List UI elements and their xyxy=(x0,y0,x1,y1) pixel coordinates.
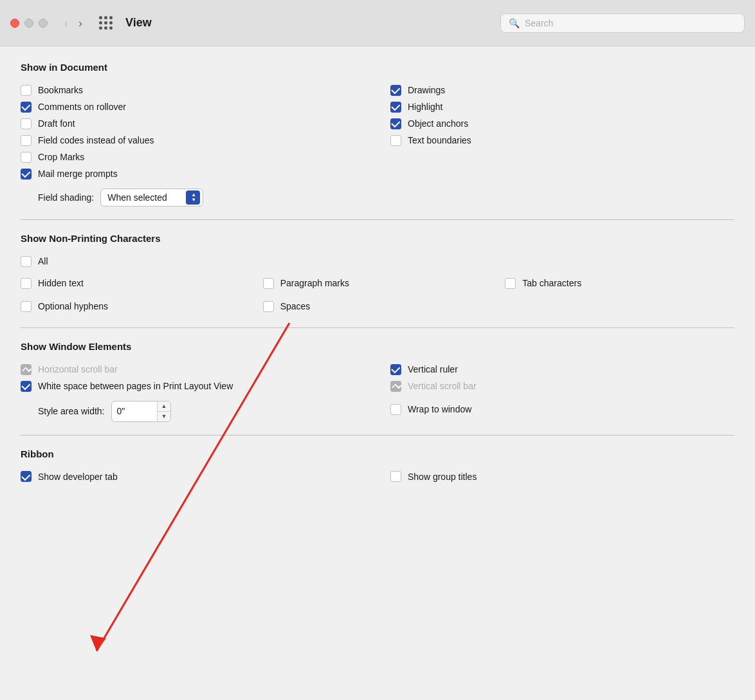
show-non-printing-section: Show Non-Printing Characters All Hidden … xyxy=(21,233,734,315)
divider-3 xyxy=(21,435,734,436)
list-item: Crop Marks xyxy=(21,149,365,165)
spinner-up-button[interactable]: ▲ xyxy=(158,401,171,412)
list-item: Spaces xyxy=(263,298,493,315)
style-area-label: Style area width: xyxy=(38,406,105,416)
paragraph-marks-checkbox[interactable] xyxy=(263,278,274,289)
close-button[interactable] xyxy=(10,19,19,28)
grid-icon[interactable] xyxy=(99,16,113,30)
list-item: All xyxy=(21,253,734,270)
mail-merge-label: Mail merge prompts xyxy=(38,169,118,179)
show-group-titles-label: Show group titles xyxy=(408,472,477,482)
divider-2 xyxy=(21,327,734,328)
tab-characters-checkbox[interactable] xyxy=(505,278,516,289)
nav-buttons: ‹ › xyxy=(60,15,86,32)
style-area-input[interactable] xyxy=(112,403,157,419)
crop-marks-label: Crop Marks xyxy=(38,152,84,162)
bookmarks-checkbox[interactable] xyxy=(21,85,32,96)
list-item: Show group titles xyxy=(390,468,734,485)
paragraph-marks-label: Paragraph marks xyxy=(280,278,349,288)
field-shading-row: Field shading: Always When selected Neve… xyxy=(21,189,734,207)
optional-hyphens-label: Optional hyphens xyxy=(38,301,108,311)
highlight-label: Highlight xyxy=(408,102,442,112)
show-window-elements-section: Show Window Elements ✓ Horizontal scroll… xyxy=(21,341,734,422)
mail-merge-checkbox[interactable] xyxy=(21,169,32,180)
wrap-to-window-label: Wrap to window xyxy=(408,404,471,414)
list-item: Wrap to window xyxy=(390,401,734,418)
window-title: View xyxy=(125,16,493,30)
list-item: Field codes instead of values xyxy=(21,132,365,149)
list-item: ✓ Horizontal scroll bar xyxy=(21,361,365,378)
comments-label: Comments on rollover xyxy=(38,102,126,112)
spinner-down-button[interactable]: ▼ xyxy=(158,412,171,421)
list-item: Draft font xyxy=(21,115,365,132)
show-window-elements-title: Show Window Elements xyxy=(21,341,734,352)
spaces-label: Spaces xyxy=(280,301,311,311)
text-boundaries-checkbox[interactable] xyxy=(390,135,401,146)
vertical-scroll-checkbox[interactable]: ✓ xyxy=(390,381,401,392)
drawings-checkbox[interactable] xyxy=(390,85,401,96)
object-anchors-label: Object anchors xyxy=(408,118,468,129)
highlight-checkbox[interactable] xyxy=(390,102,401,113)
forward-button[interactable]: › xyxy=(75,15,86,32)
show-developer-tab-checkbox[interactable] xyxy=(21,471,32,482)
style-area-row: Style area width: ▲ ▼ xyxy=(38,401,365,422)
list-item: Highlight xyxy=(390,98,734,115)
divider-1 xyxy=(21,219,734,220)
field-codes-checkbox[interactable] xyxy=(21,135,32,146)
draft-font-checkbox[interactable] xyxy=(21,118,32,129)
list-item: Object anchors xyxy=(390,115,734,132)
hidden-text-label: Hidden text xyxy=(38,278,84,288)
ribbon-title: Ribbon xyxy=(21,448,734,459)
show-in-document-title: Show in Document xyxy=(21,62,734,73)
field-shading-label: Field shading: xyxy=(38,192,94,203)
list-item: Paragraph marks xyxy=(263,275,493,291)
wrap-to-window-checkbox[interactable] xyxy=(390,404,401,415)
list-item: Show developer tab xyxy=(21,468,365,485)
all-checkbox[interactable] xyxy=(21,256,32,267)
vertical-ruler-label: Vertical ruler xyxy=(408,364,458,374)
search-icon: 🔍 xyxy=(509,18,520,28)
show-group-titles-checkbox[interactable] xyxy=(390,471,401,482)
list-item: Mail merge prompts xyxy=(21,165,365,182)
ribbon-section: Ribbon Show developer tab Show group tit… xyxy=(21,448,734,485)
comments-checkbox[interactable] xyxy=(21,102,32,113)
horizontal-scroll-checkbox[interactable]: ✓ xyxy=(21,364,32,375)
spinner-buttons: ▲ ▼ xyxy=(157,401,171,421)
window-elements-left: ✓ Horizontal scroll bar White space betw… xyxy=(21,361,365,422)
white-space-checkbox[interactable] xyxy=(21,381,32,392)
object-anchors-checkbox[interactable] xyxy=(390,118,401,129)
show-in-document-left: Bookmarks Comments on rollover Draft fon… xyxy=(21,82,365,182)
non-printing-grid: Hidden text Paragraph marks Tab characte… xyxy=(21,275,734,315)
back-button[interactable]: ‹ xyxy=(60,15,72,32)
list-item: Comments on rollover xyxy=(21,98,365,115)
svg-marker-1 xyxy=(90,635,106,651)
window-elements-right: Vertical ruler ✓ Vertical scroll bar Wra… xyxy=(390,361,734,422)
drawings-label: Drawings xyxy=(408,85,445,95)
show-developer-tab-label: Show developer tab xyxy=(38,472,118,482)
search-input[interactable] xyxy=(525,18,736,28)
horizontal-scroll-label: Horizontal scroll bar xyxy=(38,364,118,374)
spaces-checkbox[interactable] xyxy=(263,301,274,312)
show-in-document-right: Drawings Highlight Object anchors Text b… xyxy=(390,82,734,182)
bookmarks-label: Bookmarks xyxy=(38,85,83,95)
field-shading-select-wrap: Always When selected Never ▲ ▼ xyxy=(100,189,203,207)
list-item: Text boundaries xyxy=(390,132,734,149)
titlebar: ‹ › View 🔍 xyxy=(0,0,755,46)
maximize-button[interactable] xyxy=(39,19,48,28)
main-content: Show in Document Bookmarks Comments on r… xyxy=(0,46,755,700)
list-item: Drawings xyxy=(390,82,734,98)
list-item: Vertical ruler xyxy=(390,361,734,378)
tab-characters-label: Tab characters xyxy=(522,278,581,288)
vertical-ruler-checkbox[interactable] xyxy=(390,364,401,375)
traffic-lights xyxy=(10,19,48,28)
hidden-text-checkbox[interactable] xyxy=(21,278,32,289)
list-item: Hidden text xyxy=(21,275,250,291)
list-item: White space between pages in Print Layou… xyxy=(21,378,365,394)
list-item: ✓ Vertical scroll bar xyxy=(390,378,734,394)
optional-hyphens-checkbox[interactable] xyxy=(21,301,32,312)
field-shading-select[interactable]: Always When selected Never xyxy=(100,189,203,207)
crop-marks-checkbox[interactable] xyxy=(21,152,32,163)
show-non-printing-title: Show Non-Printing Characters xyxy=(21,233,734,244)
minimize-button[interactable] xyxy=(24,19,33,28)
vertical-scroll-label: Vertical scroll bar xyxy=(408,381,477,391)
